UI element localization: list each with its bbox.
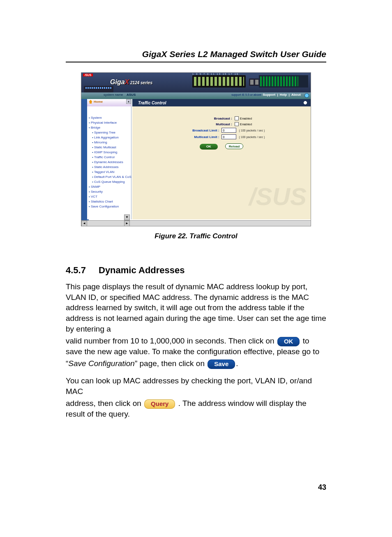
traffic-control-icon: [302, 100, 308, 106]
nav-item-physical-interface[interactable]: Physical Interface: [88, 120, 130, 125]
help-link[interactable]: Help: [280, 93, 287, 97]
doc-title: GigaX Series L2 Managed Switch User Guid…: [66, 49, 326, 59]
brand-badge: /SUS: [83, 74, 93, 76]
nav-item-system[interactable]: System: [88, 115, 130, 120]
nav-item-bridge[interactable]: Bridge: [88, 125, 130, 130]
scroll-left-icon[interactable]: ◄: [81, 221, 87, 226]
paragraph-2b: address, then click on Query . The addre…: [66, 398, 326, 419]
nav-item-static-multicast[interactable]: Static Multicast: [88, 145, 130, 150]
multicast-enabled-text: Enabled: [240, 122, 252, 126]
broadcast-checkbox[interactable]: [235, 116, 239, 120]
logo-text-a: Giga: [110, 78, 125, 85]
inline-query-button[interactable]: Query: [144, 399, 175, 409]
nav-item-dynamic-addresses[interactable]: Dynamic Addresses: [88, 160, 130, 165]
nav-item-link-aggregation[interactable]: Link Aggregation: [88, 135, 130, 140]
horizontal-scrollbar[interactable]: ◄ ►: [81, 220, 311, 226]
nav-item-snmp[interactable]: SNMP: [88, 184, 130, 189]
paragraph-1a: This page displays the result of dynamic…: [66, 281, 326, 334]
led-panel-icon: [259, 75, 308, 88]
multicast-label: Multicast :: [191, 122, 232, 126]
figure-screenshot: /SUS GigaX 2124 series 1 3 5 7 9 11 13 1…: [81, 72, 311, 226]
title-rule: [66, 62, 326, 62]
status-bar: system name ASUS support IE 5.5 or above…: [81, 92, 311, 99]
home-icon: [89, 100, 92, 104]
app-banner: /SUS GigaX 2124 series 1 3 5 7 9 11 13 1…: [81, 73, 311, 92]
logout-icon[interactable]: [304, 93, 309, 98]
port-grid-icon: [192, 75, 246, 88]
system-name-value: ASUS: [127, 93, 136, 97]
multicast-limit-label: Multicast Limit :: [178, 135, 219, 139]
nav-item-security[interactable]: Security: [88, 189, 130, 194]
nav-scroll-up-icon[interactable]: ▲: [126, 99, 131, 104]
paragraph-1c: “Save Configuration” page, then click on…: [66, 358, 326, 369]
home-bar[interactable]: Home ▲: [87, 99, 131, 106]
system-name-label: system name: [104, 93, 123, 97]
broadcast-limit-label: Broadcast Limit :: [178, 129, 219, 132]
inline-save-button[interactable]: Save: [208, 360, 235, 369]
multicast-checkbox[interactable]: [235, 122, 239, 126]
section-heading: 4.5.7Dynamic Addresses: [66, 265, 326, 276]
nav-item-save-configuration[interactable]: Save Configuration: [88, 204, 130, 209]
form-area: Broadcast : Enabled Multicast : Enabled …: [132, 106, 311, 154]
ok-button[interactable]: OK: [200, 144, 218, 150]
multicast-limit-hint: ( 100 packets / sec ): [239, 136, 265, 138]
nav-item-igmp-snooping[interactable]: IGMP Snooping: [88, 150, 130, 155]
nav-item-cos-queue-mapping[interactable]: CoS Queue Mapping: [88, 180, 130, 184]
nav-item-traffic-control[interactable]: Traffic Control: [88, 155, 130, 160]
inline-ok-button[interactable]: OK: [277, 337, 300, 346]
nav-scroll-down-icon[interactable]: ▼: [124, 214, 130, 220]
page-number: 43: [318, 483, 326, 492]
content-area: Traffic Control Broadcast : Enabled Mult…: [132, 99, 311, 219]
switch-illustration-icon: [84, 86, 113, 92]
broadcast-limit-input[interactable]: [221, 128, 236, 133]
nav-item-static-addresses[interactable]: Static Addresses: [88, 165, 130, 170]
paragraph-1b: valid number from 10 to 1,000,000 in sec…: [66, 336, 326, 357]
broadcast-limit-hint: ( 100 packets / sec ): [239, 129, 265, 132]
logo-text-x: X: [125, 78, 129, 85]
p2b-pre: address, then click on: [66, 399, 143, 408]
nav-item-tagged-vlan[interactable]: Tagged VLAN: [88, 170, 130, 175]
broadcast-label: Broadcast :: [191, 117, 232, 120]
p1b-pre: valid number from 10 to 1,000,000 in sec…: [66, 336, 277, 345]
panel-title: Traffic Control: [138, 101, 166, 105]
save-config-ital: Save Configuration: [68, 359, 135, 368]
paragraph-2a: You can look up MAC addresses by checkin…: [66, 376, 326, 396]
home-label: Home: [94, 100, 103, 104]
p1c-mid: ” page, then click on: [135, 359, 207, 368]
p1c-post: .: [236, 359, 238, 368]
support-link[interactable]: Support: [263, 93, 276, 97]
product-logo: GigaX 2124 series: [110, 78, 152, 86]
nav-item-spanning-tree[interactable]: Spanning Tree: [88, 130, 130, 135]
nav-tree: SystemPhysical InterfaceBridgeSpanning T…: [87, 106, 131, 210]
panel-title-bar: Traffic Control: [132, 99, 311, 106]
watermark-logo-icon: /SUS: [183, 182, 307, 215]
logo-series: 2124 series: [129, 81, 152, 85]
section-number: 4.5.7: [66, 265, 99, 276]
about-link[interactable]: About: [291, 93, 301, 97]
nav-item-vct[interactable]: VCT: [88, 194, 130, 199]
multicast-limit-input[interactable]: [221, 134, 236, 139]
figure-caption: Figure 22. Traffic Control: [81, 232, 311, 240]
nav-item-default-port-vlan-cos[interactable]: Default Port VLAN & CoS: [88, 175, 130, 180]
scroll-right-icon[interactable]: ►: [124, 221, 130, 226]
broadcast-enabled-text: Enabled: [240, 117, 252, 120]
browser-support-note: support IE 5.5 or above: [231, 93, 261, 96]
top-links: Support | Help | About: [262, 93, 302, 97]
nav-item-mirroring[interactable]: Mirroring: [88, 140, 130, 145]
nav-panel: Home ▲ SystemPhysical InterfaceBridgeSpa…: [87, 99, 131, 219]
section-title: Dynamic Addresses: [99, 265, 185, 275]
reload-button[interactable]: Reload: [225, 143, 243, 149]
nav-item-statistics-chart[interactable]: Statistics Chart: [88, 199, 130, 204]
